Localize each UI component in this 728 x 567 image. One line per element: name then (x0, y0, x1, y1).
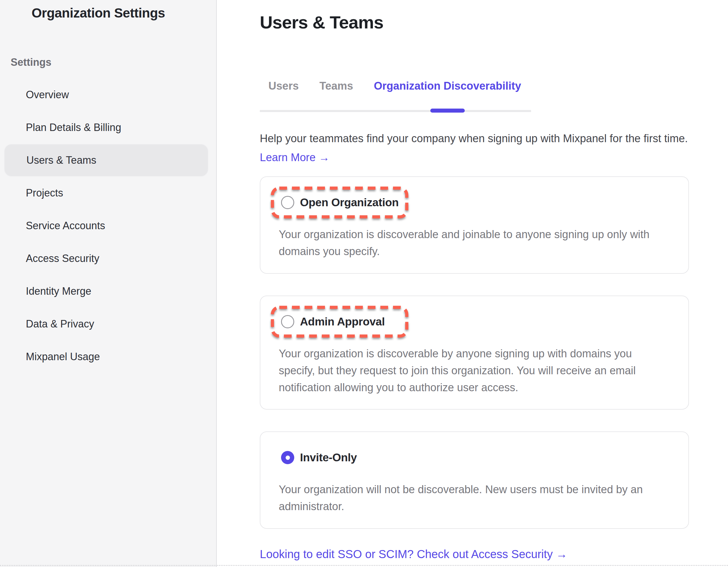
main-content: Users & Teams Users Teams Organization D… (260, 0, 689, 561)
option-description-admin-approval: Your organization is discoverable by any… (279, 345, 670, 396)
sidebar-item-access-security[interactable]: Access Security (4, 242, 208, 275)
arrow-right-icon: → (556, 548, 568, 560)
sidebar-section-label: Settings (11, 56, 216, 68)
option-description-invite-only: Your organization will not be discoverab… (279, 481, 670, 515)
tab-bar: Users Teams Organization Discoverability (260, 80, 689, 92)
radio-option-invite-only[interactable]: Invite-Only (271, 442, 670, 474)
radio-invite-only-selected-icon[interactable] (281, 451, 294, 464)
sidebar-title: Organization Settings (32, 5, 216, 21)
learn-more-text: Learn More (260, 151, 315, 163)
radio-option-open-organization[interactable]: Open Organization (271, 186, 408, 218)
option-label-open-organization: Open Organization (300, 196, 399, 209)
radio-inner-dot (286, 456, 290, 460)
sidebar-item-plan-details-billing[interactable]: Plan Details & Billing (4, 111, 208, 144)
radio-admin-approval-icon[interactable] (281, 315, 294, 328)
page-title: Users & Teams (260, 12, 689, 32)
radio-open-organization-icon[interactable] (281, 196, 294, 209)
access-security-link-text: Looking to edit SSO or SCIM? Check out A… (260, 548, 553, 560)
bottom-dotted-divider (0, 565, 728, 566)
option-label-invite-only: Invite-Only (300, 451, 357, 464)
option-label-admin-approval: Admin Approval (300, 316, 385, 328)
intro-text: Help your teammates find your company wh… (260, 130, 689, 147)
sidebar-item-identity-merge[interactable]: Identity Merge (4, 275, 208, 308)
tab-organization-discoverability[interactable]: Organization Discoverability (374, 80, 521, 92)
learn-more-link[interactable]: Learn More → (260, 151, 330, 164)
active-tab-indicator (430, 109, 465, 113)
tab-underline (260, 110, 531, 112)
option-card-open-organization: Open Organization Your organization is d… (260, 176, 689, 274)
sidebar-item-mixpanel-usage[interactable]: Mixpanel Usage (4, 341, 208, 373)
sidebar-nav: Overview Plan Details & Billing Users & … (0, 78, 216, 373)
sidebar-item-service-accounts[interactable]: Service Accounts (4, 209, 208, 242)
option-card-admin-approval: Admin Approval Your organization is disc… (260, 296, 689, 410)
tab-teams[interactable]: Teams (320, 80, 353, 92)
radio-option-admin-approval[interactable]: Admin Approval (271, 306, 408, 338)
sidebar-item-data-privacy[interactable]: Data & Privacy (4, 308, 208, 341)
arrow-right-icon: → (319, 151, 330, 163)
option-card-invite-only: Invite-Only Your organization will not b… (260, 432, 689, 529)
sidebar-item-projects[interactable]: Projects (4, 177, 208, 209)
sidebar: Organization Settings Settings Overview … (0, 0, 217, 567)
access-security-link[interactable]: Looking to edit SSO or SCIM? Check out A… (260, 548, 568, 561)
tab-users[interactable]: Users (268, 80, 299, 92)
option-description-open-organization: Your organization is discoverable and jo… (279, 226, 670, 260)
sidebar-item-users-teams[interactable]: Users & Teams (4, 144, 208, 177)
sidebar-item-overview[interactable]: Overview (4, 78, 208, 111)
